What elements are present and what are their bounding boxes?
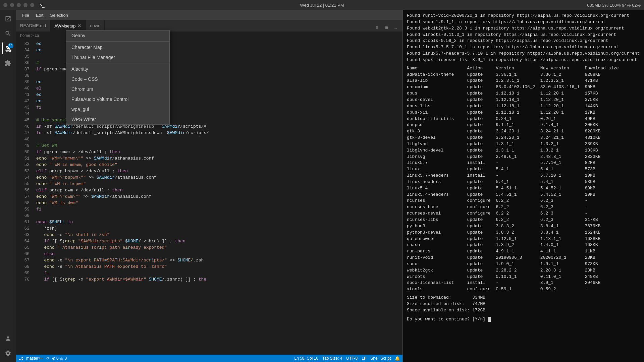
window-dot-2 <box>10 3 14 7</box>
status-line-info[interactable]: Ln 58, Col 16 <box>294 356 318 361</box>
window-dot-4 <box>23 3 28 7</box>
activity-explorer[interactable] <box>2 13 14 25</box>
activity-settings[interactable] <box>2 347 14 359</box>
pkg-dbus: dbus update 1.12.18_1 1.12.20_1 157KB <box>407 90 640 97</box>
pkg-dbus-devel: dbus-devel update 1.12.18_1 1.12.20_1 37… <box>407 97 640 103</box>
layout-button[interactable]: ⊞ <box>382 23 390 32</box>
window-dot-5 <box>30 3 34 7</box>
breadcrumb-path: home > ca <box>20 33 39 38</box>
menu-bar: File Edit Selection <box>16 10 402 20</box>
dropdown-menu: Geany Character Map Thunar File Manager … <box>66 30 170 125</box>
dropdown-item-geany[interactable]: Geany <box>66 31 169 41</box>
topbar-datetime: Wed Jul 22 | 01:21 PM <box>300 3 344 8</box>
activity-extensions[interactable] <box>2 57 14 69</box>
dropdown-separator-2 <box>66 63 169 63</box>
pkg-python3: python3 update 3.8.3_2 3.8.4_1 7679KB <box>407 223 640 230</box>
activity-search[interactable] <box>2 27 14 40</box>
status-errors: ⊗ 0 ⚠ 0 <box>52 356 67 361</box>
pkg-runit-void: runit-void update 20190906_3 20200720_1 … <box>407 255 640 261</box>
status-encoding[interactable]: UTF-8 <box>346 356 358 361</box>
term-table-header: Name Action Version New version Download… <box>407 65 640 72</box>
status-bar-right: Ln 58, Col 16 Tab Size: 4 UTF-8 LF Shell… <box>294 356 400 361</box>
status-eol[interactable]: LF <box>362 356 366 361</box>
term-line-1: Found runit-void-20200720_1 in repositor… <box>407 13 640 19</box>
tab-down[interactable]: down <box>86 20 105 32</box>
pkg-run-parts: run-parts update 4.9.1_1 4.11_1 11KB <box>407 248 640 255</box>
pkg-libglvnd: libglvnd update 1.3.1_1 1.3.2_1 239KB <box>407 141 640 147</box>
activity-bar: 10 <box>0 10 16 362</box>
pkg-webkit2gtk: webkit2gtk update 2.28.2_2 2.28.3_1 23MB <box>407 267 640 274</box>
pkg-ncurses-devel: ncurses-devel configure 6.2_2 6.2_3 - <box>407 210 640 217</box>
menu-file[interactable]: File <box>19 12 32 18</box>
topbar: >_ Wed Jul 22 | 01:21 PM 635MB 3% 100% 9… <box>0 0 644 10</box>
status-branch[interactable]: master++ <box>26 356 43 361</box>
dropdown-item-code-oss[interactable]: Code – OSS <box>66 74 169 84</box>
term-summary-3: Space available on disk: 172GB <box>407 307 640 314</box>
status-lang[interactable]: Shell Script <box>370 356 391 361</box>
pkg-python3-devel: python3-devel update 3.8.3_2 3.8.4_1 152… <box>407 230 640 236</box>
status-refresh-icon: ↻ <box>46 356 49 361</box>
pkg-alsa: alsa-lib update 1.2.3.1_1 1.2.3.2_1 471K… <box>407 78 640 84</box>
tab-down-label: down <box>90 23 100 28</box>
pkg-linux-headers: linux-headers update 5.4_1 5.4_1 539B <box>407 179 640 185</box>
dropdown-item-wps-writer[interactable]: WPS Writer <box>66 114 169 124</box>
pkg-spdx: spdx-licenses-list install - 3.9_1 2946K… <box>407 280 640 286</box>
window-dot-3 <box>17 3 21 7</box>
source-control-badge: 10 <box>8 43 13 48</box>
menu-edit[interactable]: Edit <box>33 12 46 18</box>
window-dot-1 <box>3 3 7 7</box>
pkg-linux: linux update 5.4_1 5.4_1 573B <box>407 166 640 173</box>
pkg-libglvnd-devel: libglvnd-devel update 1.3.1_1 1.3.2_1 18… <box>407 147 640 154</box>
status-bar-left: ⎇ master++ ↻ ⊗ 0 ⚠ 0 <box>19 356 67 361</box>
pkg-linux54: linux5.4 update 5.4.51_1 5.4.52_1 80MB <box>407 185 640 192</box>
tab-awmsetup-label: AWMsetup <box>54 23 75 28</box>
status-feedback-icon: 🔔 <box>395 356 400 361</box>
more-actions-button[interactable]: … <box>392 23 400 32</box>
dropdown-item-pulseaudio[interactable]: PulseAudio Volume Control <box>66 94 169 104</box>
status-tab-info[interactable]: Tab Size: 4 <box>322 356 342 361</box>
term-line-3: Found webkit2gtk-2.28.3_1 in repository … <box>407 25 640 32</box>
pkg-dhcpcd: dhcpcd update 9.1.1_1 9.1.4_1 200KB <box>407 122 640 128</box>
pkg-dbus-x11: dbus-x11 update 1.12.18_1 1.12.20_1 17KB <box>407 110 640 116</box>
pkg-linux57: linux5.7 install - 5.7.10_1 82MB <box>407 160 640 166</box>
tab-awmsetup-close[interactable]: ✕ <box>77 23 82 28</box>
menu-selection[interactable]: Selection <box>47 12 70 18</box>
tab-actions: ⊟ ⊞ … <box>373 23 402 32</box>
pkg-gtk3-devel: gtk+3-devel update 3.24.20_1 3.24.21_1 4… <box>407 135 640 141</box>
dropdown-item-wpa-gui[interactable]: wpa_gui <box>66 104 169 114</box>
tab-awmsetup[interactable]: AWMsetup ✕ <box>50 20 86 32</box>
pkg-chromium: chromium update 83.0.4103.106_2 83.0.410… <box>407 84 640 90</box>
term-prompt[interactable]: Do you want to continue? [Y/n] <box>407 316 640 323</box>
terminal-content[interactable]: Found runit-void-20200720_1 in repositor… <box>403 10 644 362</box>
term-line-8: Found spdx-licenses-list-3.9_1 in reposi… <box>407 57 640 63</box>
pkg-qutebrowser: qutebrowser update 1.12.0_1 1.13.1_1 163… <box>407 236 640 242</box>
term-line-6: Found linux5.7-5.7.10_1 in repository ht… <box>407 44 640 51</box>
pkg-dbus-libs: dbus-libs update 1.12.18_1 1.12.20_1 144… <box>407 103 640 110</box>
pkg-linux54-headers: linux5.4-headers update 5.4.51_1 5.4.52_… <box>407 192 640 198</box>
status-branch-icon: ⎇ <box>19 356 23 361</box>
dropdown-item-thunar[interactable]: Thunar File Manager <box>66 52 169 62</box>
term-line-2: Found sudo-1.9.1_1 in repository https:/… <box>407 19 640 25</box>
split-editor-button[interactable]: ⊟ <box>373 23 381 32</box>
topbar-stats: 635MB 3% 100% 94% 62% <box>587 3 641 8</box>
pkg-ncurses-libs: ncurses-libs update 6.2_2 6.2_3 317KB <box>407 217 640 223</box>
term-summary-2: Size required on disk: 747MB <box>407 301 640 307</box>
dropdown-item-alacritty[interactable]: Alacritty <box>66 64 169 74</box>
dropdown-item-chromium[interactable]: Chromium <box>66 84 169 94</box>
pkg-sudo: sudo update 1.9.0_1 1.9.1_1 973KB <box>407 261 640 267</box>
pkg-rhash: rhash update 1.3.9_2 1.4.0_1 168KB <box>407 242 640 248</box>
line-numbers: 3334353637 3839404142 4344454647 4849505… <box>16 39 32 362</box>
activity-source-control[interactable]: 10 <box>2 42 14 54</box>
tab-readme-label: README.md <box>20 23 46 28</box>
activity-account[interactable] <box>2 333 14 345</box>
terminal-prompt: >_ <box>40 3 45 8</box>
term-line-7: Found linux5.7-headers-5.7.10_1 in repos… <box>407 51 640 57</box>
pkg-ncurses: ncurses configure 6.2_2 6.2_3 - <box>407 198 640 204</box>
pkg-adwaita: adwaita-icon-theme update 3.36.1_1 3.36.… <box>407 72 640 78</box>
tab-readme[interactable]: README.md <box>16 20 50 32</box>
term-line-5: Found xtools-0.59_2 in repository https:… <box>407 38 640 44</box>
dropdown-item-character-map[interactable]: Character Map <box>66 42 169 52</box>
pkg-ncurses-base: ncurses-base configure 6.2_2 6.2_3 - <box>407 204 640 210</box>
term-line-4: Found wlroots-0.11.0_1 in repository htt… <box>407 32 640 38</box>
term-summary-1: Size to download: 334MB <box>407 295 640 301</box>
